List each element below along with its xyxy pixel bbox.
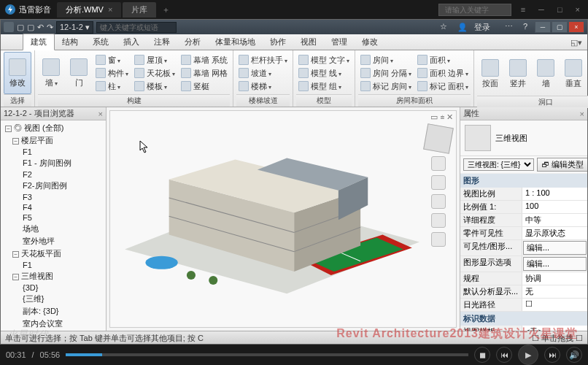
ribbon-tab-修改[interactable]: 修改 [355,34,385,50]
ribbon-collapse-icon[interactable]: ◱▾ [568,36,584,50]
prop-row[interactable]: 图形显示选项编辑... [460,256,587,272]
section-graphics[interactable]: 图形 [460,174,587,188]
section-identity[interactable]: 标识数据 [460,312,587,326]
ribbon-btn-构件[interactable]: 构件 [93,67,131,80]
ribbon-btn-楼板[interactable]: 楼板 [132,80,177,93]
ribbon-btn-模型组[interactable]: 模型 组 [296,80,352,93]
ribbon-btn-房间[interactable]: 房间 [358,54,414,66]
player-tab-library[interactable]: 片库 [123,2,156,18]
app-menu-button[interactable] [4,22,14,32]
tree-node[interactable]: F4 [2,202,104,212]
apps-icon[interactable]: ⋯ [500,21,517,34]
tree-node[interactable]: 副本: {3D} [2,305,104,318]
login-button[interactable]: 👤 登录 [453,21,499,34]
tree-node[interactable]: F1 - 房间图例 [2,157,104,169]
tree-node[interactable]: −◎ 视图 (全部) [2,122,104,134]
wall-button[interactable]: 墙 [38,52,64,94]
star-icon[interactable]: ☆ [436,21,452,34]
prev-button[interactable]: ⏮ [496,347,512,363]
tree-node[interactable]: F3 [2,192,104,202]
prop-row[interactable]: 详细程度中等 [460,214,587,227]
tree-node[interactable]: F1 [2,147,104,157]
ribbon-btn-幕墙系统[interactable]: 幕墙 系统 [179,54,230,66]
nav-orbit-icon[interactable] [431,232,446,247]
ribbon-btn-屋顶[interactable]: 屋顶 [132,54,177,66]
ribbon-btn-栏杆扶手[interactable]: 栏杆扶手 [236,54,290,66]
tree-node[interactable]: −天花板平面 [2,247,104,260]
player-search-input[interactable] [438,4,511,16]
tree-node[interactable]: 室外地坪 [2,235,104,247]
ribbon-btn-标记房间[interactable]: 标记 房间 [358,80,414,93]
qat-redo-icon[interactable]: ↷ [47,23,53,32]
type-selector-dropdown[interactable]: 三维视图: {三维} [463,158,534,171]
close-icon[interactable]: × [98,110,103,118]
stop-button[interactable]: ◼ [474,347,490,363]
ribbon-btn-模型线[interactable]: 模型 线 [296,67,352,80]
prop-row[interactable]: 日光路径☐ [460,299,587,312]
ribbon-btn-模型文字[interactable]: 模型 文字 [296,54,352,66]
app-close-button[interactable]: × [568,21,584,33]
ribbon-btn-垂直[interactable]: 垂直 [560,52,587,96]
tree-node[interactable]: −楼层平面 [2,134,104,147]
play-button[interactable]: ▶ [518,345,538,365]
prop-row[interactable]: 可见性/图形...编辑... [460,240,587,256]
next-button[interactable]: ⏭ [544,347,560,363]
prop-row[interactable]: 默认分析显示...无 [460,285,587,299]
ribbon-tab-体量和场地[interactable]: 体量和场地 [208,34,263,50]
help-icon[interactable]: ? [519,21,532,34]
view-menu-icon[interactable]: ▭ ⩧ ✕ [430,112,453,122]
help-search-input[interactable] [96,22,177,33]
edit-type-button[interactable]: 🗗 编辑类型 [537,158,587,172]
doc-dropdown[interactable]: 12-1-2 ▾ [56,21,93,34]
tree-node[interactable]: F2 [2,169,104,180]
ribbon-tab-分析[interactable]: 分析 [177,34,208,50]
prop-row[interactable]: 视图比例1 : 100 [460,188,587,201]
ribbon-tab-建筑[interactable]: 建筑 [23,34,55,50]
ribbon-btn-按面[interactable]: 按面 [477,52,503,96]
prop-row[interactable]: 规程协调 [460,272,587,285]
ribbon-btn-楼梯[interactable]: 楼梯 [236,80,290,93]
ribbon-btn-标记面积[interactable]: 标记 面积 [415,80,471,93]
viewcube[interactable] [423,123,454,154]
close-icon[interactable]: × [580,110,584,118]
minimize-icon[interactable]: ─ [535,4,548,15]
qat-undo-icon[interactable]: ↶ [37,23,44,32]
add-tab-button[interactable]: ＋ [158,3,174,17]
ribbon-btn-天花板[interactable]: 天花板 [132,67,177,80]
modify-button[interactable]: 修改 [4,52,31,94]
tree-node[interactable]: {三维} [2,293,104,305]
player-tab-active[interactable]: 分析.WMV× [57,2,121,18]
player-progress[interactable] [66,353,468,356]
app-minimize-button[interactable]: ─ [535,21,551,33]
ribbon-btn-窗[interactable]: 窗 [93,54,131,66]
qat-open-icon[interactable]: ▢ [17,23,24,32]
ribbon-btn-竖梃[interactable]: 竖梃 [179,80,230,93]
ribbon-btn-竖井[interactable]: 竖井 [505,52,531,96]
ribbon-tab-管理[interactable]: 管理 [324,34,355,50]
ribbon-btn-面积边界[interactable]: 面积 边界 [415,67,471,80]
menu-icon[interactable]: ≡ [517,4,529,15]
ribbon-tab-注释[interactable]: 注释 [147,34,177,50]
ribbon-btn-柱[interactable]: 柱 [93,80,131,93]
prop-row[interactable]: 比例值 1:100 [460,201,587,214]
ribbon-btn-幕墙网格[interactable]: 幕墙 网格 [179,67,230,80]
ribbon-tab-插入[interactable]: 插入 [116,34,147,50]
ribbon-btn-坡道[interactable]: 坡道 [236,67,290,80]
prop-row[interactable]: 零件可见性显示原状态 [460,227,587,240]
tree-node[interactable]: −三维视图 [2,270,104,283]
ribbon-btn-面积[interactable]: 面积 [415,54,471,66]
tree-node[interactable]: 场地 [2,223,104,235]
tree-node[interactable]: F2-房间图例 [2,180,104,192]
tree-node[interactable]: {3D} [2,283,104,293]
close-icon[interactable]: × [108,5,112,14]
nav-zoom-icon[interactable] [431,213,446,228]
nav-home-icon[interactable] [431,156,446,171]
close-icon[interactable]: × [572,4,584,15]
view-canvas[interactable]: ▭ ⩧ ✕ [107,107,460,331]
project-browser-tree[interactable]: −◎ 视图 (全部)−楼层平面F1F1 - 房间图例F2F2-房间图例F3F4F… [1,120,106,331]
qat-save-icon[interactable]: ▢ [27,23,34,32]
ribbon-btn-墙[interactable]: 墙 [533,52,559,96]
door-button[interactable]: 门 [66,52,92,94]
app-maximize-button[interactable]: ▢ [552,21,568,33]
ribbon-tab-结构[interactable]: 结构 [55,34,85,50]
